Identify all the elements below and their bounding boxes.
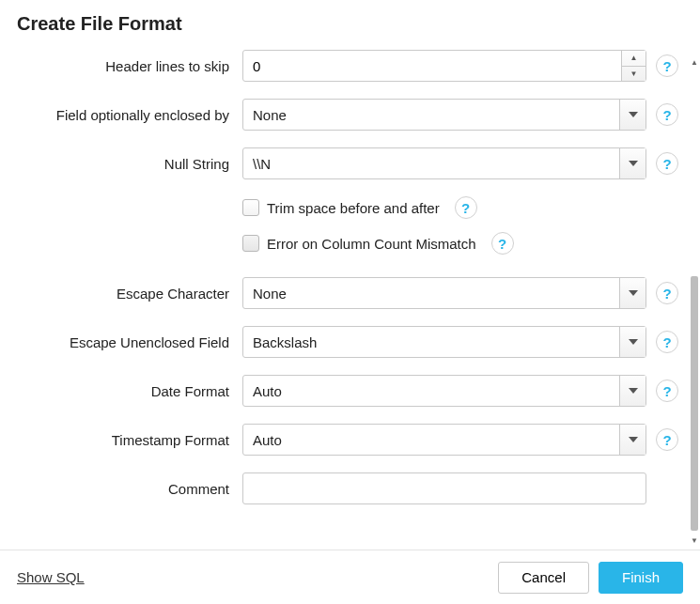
scrollbar[interactable]: ▲ ▼ [689, 56, 700, 546]
help-icon[interactable]: ? [656, 428, 678, 451]
chevron-down-icon[interactable] [619, 425, 646, 455]
enclosed-by-value: None [243, 100, 619, 130]
label-escape-char: Escape Character [17, 286, 242, 302]
label-date-format: Date Format [17, 383, 242, 399]
scroll-thumb[interactable] [691, 276, 698, 531]
timestamp-format-value: Auto [243, 425, 619, 455]
timestamp-format-select[interactable]: Auto [242, 424, 646, 456]
finish-button[interactable]: Finish [599, 562, 683, 594]
help-icon[interactable]: ? [656, 54, 678, 77]
spinner-down-icon[interactable]: ▼ [622, 67, 646, 82]
label-null-string: Null String [17, 156, 242, 172]
chevron-down-icon[interactable] [619, 376, 646, 406]
error-mismatch-checkbox[interactable] [242, 235, 259, 252]
help-icon[interactable]: ? [656, 152, 678, 175]
help-icon[interactable]: ? [656, 379, 678, 402]
row-date-format: Date Format Auto ? [17, 375, 691, 407]
chevron-down-icon[interactable] [619, 100, 646, 130]
help-icon[interactable]: ? [656, 331, 678, 353]
cancel-button[interactable]: Cancel [498, 562, 589, 594]
row-timestamp-format: Timestamp Format Auto ? [17, 424, 691, 456]
chevron-down-icon[interactable] [619, 327, 646, 357]
row-null-string: Null String \\N ? [17, 147, 691, 179]
show-sql-link[interactable]: Show SQL [17, 569, 85, 585]
help-icon[interactable]: ? [656, 103, 678, 126]
row-comment: Comment [17, 472, 691, 504]
label-enclosed-by: Field optionally enclosed by [17, 107, 242, 123]
chevron-down-icon[interactable] [619, 148, 646, 178]
label-header-lines: Header lines to skip [17, 58, 242, 74]
scroll-up-icon[interactable]: ▲ [689, 56, 700, 68]
row-escape-char: Escape Character None ? [17, 277, 691, 309]
footer: Show SQL Cancel Finish [0, 550, 700, 604]
header-lines-input[interactable] [243, 51, 621, 81]
dialog-title: Create File Format [0, 0, 700, 40]
scroll-down-icon[interactable]: ▼ [689, 534, 700, 546]
help-icon[interactable]: ? [656, 282, 678, 304]
escape-unenclosed-select[interactable]: Backslash [242, 326, 646, 358]
null-string-select[interactable]: \\N [242, 147, 646, 179]
row-header-lines: Header lines to skip ▲ ▼ ? [17, 50, 691, 82]
escape-char-value: None [243, 278, 619, 308]
date-format-select[interactable]: Auto [242, 375, 646, 407]
date-format-value: Auto [243, 376, 619, 406]
trim-space-label: Trim space before and after [267, 200, 440, 216]
help-icon[interactable]: ? [455, 196, 477, 219]
enclosed-by-select[interactable]: None [242, 99, 646, 131]
spinner-buttons: ▲ ▼ [621, 51, 646, 81]
spinner-up-icon[interactable]: ▲ [622, 51, 646, 67]
null-string-value: \\N [243, 148, 619, 178]
escape-unenclosed-value: Backslash [243, 327, 619, 357]
comment-input[interactable] [243, 473, 646, 503]
comment-input-wrap [242, 472, 646, 504]
label-timestamp-format: Timestamp Format [17, 432, 242, 448]
header-lines-input-wrap: ▲ ▼ [242, 50, 646, 82]
trim-space-checkbox[interactable] [242, 199, 259, 216]
row-trim-space: Trim space before and after ? [17, 196, 691, 219]
label-comment: Comment [17, 481, 242, 497]
escape-char-select[interactable]: None [242, 277, 646, 309]
help-icon[interactable]: ? [491, 232, 514, 255]
row-enclosed-by: Field optionally enclosed by None ? [17, 99, 691, 131]
form-area: Header lines to skip ▲ ▼ ? Field optiona… [0, 40, 700, 538]
row-escape-unenclosed: Escape Unenclosed Field Backslash ? [17, 326, 691, 358]
chevron-down-icon[interactable] [619, 278, 646, 308]
row-error-mismatch: Error on Column Count Mismatch ? [17, 232, 691, 255]
error-mismatch-label: Error on Column Count Mismatch [267, 236, 476, 252]
label-escape-unenclosed: Escape Unenclosed Field [17, 334, 242, 350]
